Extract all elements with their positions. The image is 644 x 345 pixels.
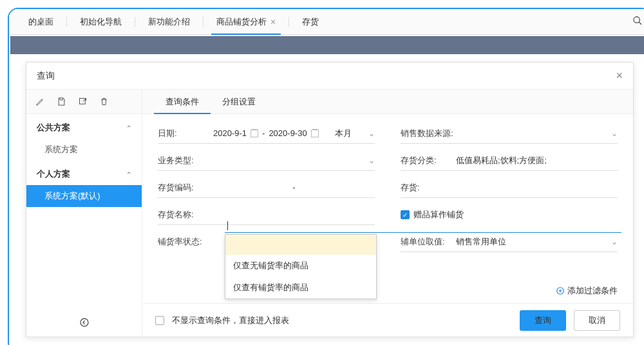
chevron-down-icon[interactable]: ⌄: [611, 237, 618, 246]
button-label: 查询: [535, 315, 551, 326]
inner-tab-grouping[interactable]: 分组设置: [211, 90, 267, 114]
svg-rect-2: [80, 99, 86, 104]
tab-separator: [203, 17, 204, 27]
field-sales-source[interactable]: 销售数据来源: ⌄: [401, 124, 618, 144]
sidebar-group-personal[interactable]: 个人方案 ⌃: [26, 161, 142, 185]
close-icon[interactable]: ×: [270, 17, 276, 27]
inv-code-value: -: [292, 182, 295, 192]
tab-inventory[interactable]: 存货: [290, 9, 330, 35]
date-start-value: 2020-9-1: [213, 128, 247, 138]
chevron-down-icon[interactable]: ⌄: [368, 156, 375, 165]
tab-distribution-analysis[interactable]: 商品铺货分析×: [205, 9, 287, 35]
chevron-up-icon: ⌃: [126, 124, 131, 132]
add-filter-label: 添加过滤条件: [567, 285, 618, 297]
modal-header: 查询 ×: [26, 63, 633, 90]
skip-query-checkbox[interactable]: 不显示查询条件，直接进入报表: [155, 315, 289, 326]
sidebar-group-label: 个人方案: [37, 168, 70, 180]
field-stock[interactable]: 存货:: [401, 179, 618, 198]
sidebar-item-system-default[interactable]: 系统方案(默认): [26, 185, 142, 207]
sidebar-toolbar: [26, 90, 142, 114]
edit-icon[interactable]: [35, 97, 45, 106]
chevron-up-icon: ⌃: [126, 171, 131, 178]
tab-label: 新功能介绍: [148, 16, 190, 28]
label-inv-code: 存货编码:: [158, 182, 213, 193]
inner-tab-label: 分组设置: [222, 96, 256, 108]
label-inv-category: 存货分类:: [401, 155, 456, 166]
tab-init-nav[interactable]: 初始化导航: [68, 9, 133, 35]
sidebar-item-system[interactable]: 系统方案: [26, 139, 142, 161]
label-distrib-status: 铺货率状态:: [158, 236, 213, 248]
checkbox-checked-icon[interactable]: ✓: [401, 210, 410, 219]
checkbox-unchecked-icon[interactable]: [155, 316, 164, 325]
query-modal: 查询 × 公共方案 ⌃ 系统方案 个人方案 ⌃: [26, 62, 634, 337]
tab-label: 的桌面: [28, 16, 53, 28]
form-area: 日期: 2020-9-1 - 2020-9-30 本月 ⌄: [142, 114, 633, 303]
sidebar: 公共方案 ⌃ 系统方案 个人方案 ⌃ 系统方案(默认): [26, 90, 142, 337]
inner-tab-conditions[interactable]: 查询条件: [154, 90, 211, 114]
label-biz-type: 业务类型:: [158, 155, 213, 166]
calendar-icon[interactable]: [311, 130, 319, 137]
query-button[interactable]: 查询: [520, 310, 566, 331]
inv-category-value: 低值易耗品;饮料;方便面;: [456, 155, 547, 166]
svg-point-0: [634, 17, 639, 23]
tab-label: 商品铺货分析: [216, 16, 267, 28]
sidebar-group-label: 公共方案: [37, 122, 70, 133]
chevron-down-icon[interactable]: ⌄: [368, 129, 375, 138]
label-stock: 存货:: [401, 182, 456, 193]
label-inv-name: 存货名称:: [158, 209, 213, 221]
form-col-right: 销售数据来源: ⌄ 存货分类: 低值易耗品;饮料;方便面; 存货: ✓: [401, 124, 618, 293]
field-gift-checkbox[interactable]: ✓ 赠品算作铺货: [401, 206, 618, 225]
field-inv-category[interactable]: 存货分类: 低值易耗品;饮料;方便面;: [401, 152, 618, 171]
add-filter-button[interactable]: 添加过滤条件: [556, 285, 618, 297]
date-range-preset: 本月: [335, 128, 352, 139]
sidebar-pager-prev[interactable]: [26, 311, 142, 337]
distrib-status-dropdown: 仅查无铺货率的商品 仅查有铺货率的商品: [225, 234, 377, 299]
save-icon[interactable]: [57, 97, 66, 106]
inner-tabs: 查询条件 分组设置: [142, 90, 633, 114]
plus-circle-icon: [556, 286, 565, 295]
tab-label: 初始化导航: [80, 16, 122, 28]
field-date[interactable]: 日期: 2020-9-1 - 2020-9-30 本月 ⌄: [158, 124, 375, 144]
delete-icon[interactable]: [99, 97, 109, 106]
tab-separator: [66, 17, 67, 27]
date-separator: -: [262, 128, 265, 138]
checkbox-label: 赠品算作铺货: [413, 209, 464, 221]
label-sales-source: 销售数据来源:: [401, 128, 456, 139]
svg-point-3: [80, 319, 88, 326]
close-icon[interactable]: ×: [616, 69, 623, 83]
tab-separator: [289, 17, 289, 27]
sidebar-group-public[interactable]: 公共方案 ⌃: [26, 114, 142, 139]
export-icon[interactable]: [78, 97, 88, 106]
field-aux-unit[interactable]: 辅单位取值: 销售常用单位⌄: [401, 233, 618, 252]
backdrop: [10, 36, 644, 54]
dropdown-option-empty[interactable]: [225, 235, 376, 255]
svg-line-1: [639, 22, 641, 25]
form-col-left: 日期: 2020-9-1 - 2020-9-30 本月 ⌄: [158, 124, 375, 293]
field-inv-code[interactable]: 存货编码: -: [158, 179, 375, 198]
tab-desktop[interactable]: 的桌面: [17, 9, 65, 35]
label-aux-unit: 辅单位取值:: [401, 236, 456, 248]
tab-features[interactable]: 新功能介绍: [137, 9, 202, 35]
text-cursor: [227, 221, 228, 230]
chevron-down-icon[interactable]: ⌄: [611, 129, 618, 138]
main-panel: 查询条件 分组设置 日期: 2020-9-1 - 2020-9-30: [142, 90, 633, 337]
aux-unit-value: 销售常用单位: [456, 236, 506, 248]
search-icon[interactable]: [632, 15, 643, 28]
top-tabs-bar: 的桌面 初始化导航 新功能介绍 商品铺货分析× 存货: [9, 9, 644, 35]
dropdown-option-no-rate[interactable]: 仅查无铺货率的商品: [225, 255, 376, 277]
dropdown-option-has-rate[interactable]: 仅查有铺货率的商品: [225, 277, 376, 299]
field-biz-type[interactable]: 业务类型: ⌄: [158, 152, 375, 171]
checkbox-label: 不显示查询条件，直接进入报表: [172, 315, 289, 326]
cancel-button[interactable]: 取消: [574, 310, 620, 331]
modal-title: 查询: [37, 70, 55, 82]
tab-separator: [135, 17, 135, 27]
calendar-icon[interactable]: [251, 130, 258, 137]
date-end-value: 2020-9-30: [269, 128, 307, 138]
button-label: 取消: [589, 315, 605, 326]
inner-tab-label: 查询条件: [166, 96, 199, 108]
label-date: 日期:: [158, 128, 213, 139]
tab-label: 存货: [302, 16, 319, 28]
field-inv-name[interactable]: 存货名称:: [158, 206, 375, 225]
modal-footer: 不显示查询条件，直接进入报表 查询 取消: [142, 303, 633, 337]
